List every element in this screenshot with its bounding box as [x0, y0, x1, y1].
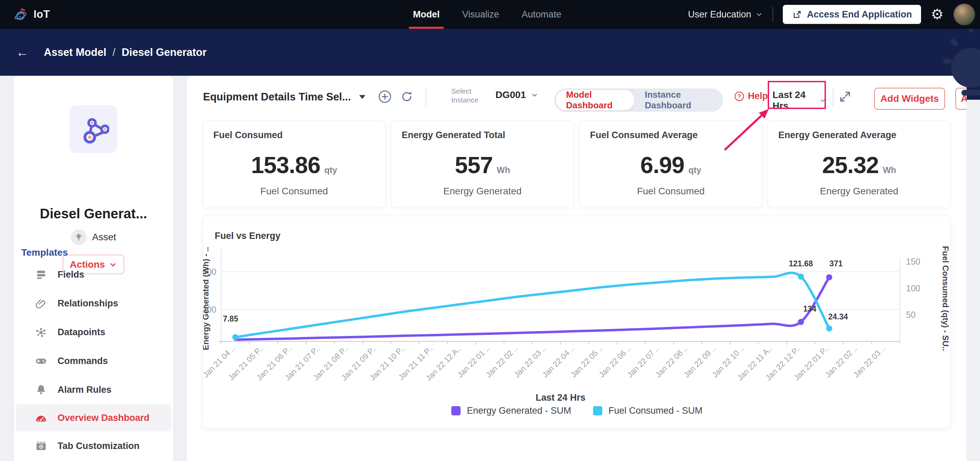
instance-dropdown[interactable]: DG001 — [495, 89, 538, 100]
tab-visualize[interactable]: Visualize — [462, 0, 499, 29]
kpi-title: Fuel Consumed — [213, 130, 385, 140]
asset-title: Diesel Generat... — [14, 206, 173, 222]
svg-text:100: 100 — [906, 284, 920, 293]
breadcrumb-separator: / — [113, 46, 116, 59]
workspace-dropdown[interactable]: User Education — [688, 9, 763, 20]
alarm-bell-icon — [35, 384, 47, 396]
kpi-subtitle: Energy Generated — [768, 186, 950, 197]
svg-text:Last 24 Hrs: Last 24 Hrs — [536, 392, 585, 403]
model-dashboard-toggle[interactable]: Model Dashboard — [556, 90, 635, 110]
breadcrumb-page: Diesel Generator — [122, 46, 207, 59]
svg-text:150: 150 — [906, 257, 920, 266]
asset-type-row: Asset — [14, 229, 173, 245]
sidebar-item-relationships[interactable]: Relationships — [16, 289, 171, 318]
breadcrumb-band: ← Asset Model / Diesel Generator — [0, 29, 980, 76]
annotation-highlight-box — [768, 81, 826, 109]
dashboard-speedometer-icon — [35, 412, 47, 424]
fullscreen-button[interactable] — [838, 89, 853, 104]
svg-text:50: 50 — [906, 310, 916, 319]
fields-icon — [35, 268, 47, 281]
tab-automate[interactable]: Automate — [522, 0, 562, 29]
svg-text:Energy Generated (Wh) - ..: Energy Generated (Wh) - .. — [203, 247, 210, 350]
asset-model-icon-tile — [70, 105, 118, 153]
kpi-value: 25.32 — [822, 152, 879, 178]
datapoints-icon — [35, 326, 47, 338]
bulb-icon — [71, 229, 87, 245]
settings-gear-icon[interactable]: ⚙ — [931, 7, 944, 22]
asset-type-label: Asset — [92, 232, 116, 242]
chevron-down-icon — [756, 11, 763, 18]
access-end-application-button[interactable]: Access End Application — [783, 5, 921, 24]
tab-model[interactable]: Model — [413, 0, 440, 29]
instance-dashboard-toggle[interactable]: Instance Dashboard — [635, 90, 723, 110]
refresh-button[interactable] — [399, 89, 414, 104]
divider — [426, 88, 426, 106]
legend-item-energy-generated[interactable]: Energy Generated - SUM — [451, 405, 571, 416]
back-arrow-icon[interactable]: ← — [16, 45, 29, 60]
svg-text:371: 371 — [829, 259, 843, 268]
svg-text:24.34: 24.34 — [828, 312, 848, 321]
svg-text:Fuel Consumed (qty) - SU..: Fuel Consumed (qty) - SU.. — [941, 246, 950, 351]
add-tab-button[interactable] — [377, 89, 392, 104]
kpi-unit: Wh — [497, 165, 510, 175]
kpi-subtitle: Energy Generated — [391, 186, 574, 197]
svg-text:134: 134 — [803, 305, 817, 313]
sidebar-item-overview-dashboard[interactable]: Overview Dashboard — [16, 404, 171, 432]
asset-model-icon — [78, 113, 109, 145]
chart-legend: Energy Generated - SUM Fuel Consumed - S… — [203, 405, 951, 416]
kpi-title: Energy Generated Total — [402, 130, 574, 140]
breadcrumb-section[interactable]: Asset Model — [44, 46, 107, 59]
sidebar-item-datapoints[interactable]: Datapoints — [16, 318, 171, 346]
dashboard-panel: Equipment Details Time Sel... Select Ins… — [187, 76, 967, 461]
topbar-right-cluster: User Education Access End Application ⚙ — [688, 0, 975, 29]
kpi-value: 6.99 — [640, 152, 684, 178]
lightbulb-illustration-icon — [921, 29, 980, 100]
satellite-logo-icon — [13, 6, 29, 22]
asset-sidebar: Diesel Generat... Asset Actions Template… — [14, 76, 173, 461]
dashboard-mode-toggle: Model Dashboard Instance Dashboard — [554, 88, 723, 112]
svg-text:7.85: 7.85 — [223, 314, 238, 323]
app-logo[interactable]: IoT — [13, 6, 50, 22]
relationships-icon — [35, 297, 47, 309]
kpi-card-energy-generated-average: Energy Generated Average 25.32Wh Energy … — [768, 121, 951, 208]
sidebar-item-alarm-rules[interactable]: Alarm Rules — [16, 375, 171, 404]
sidebar-item-tab-customization[interactable]: Tab Customization — [16, 432, 171, 460]
plus-circle-icon — [378, 90, 392, 104]
dashboard-title-dropdown[interactable]: Equipment Details Time Sel... — [203, 91, 365, 103]
kpi-value: 557 — [455, 152, 492, 178]
select-instance-label: Select Instance — [451, 87, 478, 105]
kpi-title: Energy Generated Average — [778, 130, 950, 140]
external-link-icon — [792, 9, 802, 19]
kpi-value: 153.86 — [251, 152, 320, 178]
kpi-subtitle: Fuel Consumed — [203, 186, 385, 197]
user-avatar[interactable] — [953, 3, 975, 26]
divider — [773, 7, 773, 22]
help-question-icon: ? — [734, 91, 745, 102]
kpi-unit: qty — [688, 165, 701, 175]
chevron-down-icon — [531, 91, 538, 99]
primary-nav-tabs: Model Visualize Automate — [413, 0, 561, 29]
help-button[interactable]: ? Help — [734, 91, 768, 102]
expand-icon — [838, 90, 851, 103]
fuel-vs-energy-chart-card: Fuel vs Energy 20040050100150Energy Gene… — [203, 216, 951, 428]
kpi-unit: Wh — [883, 165, 896, 175]
caret-down-icon — [359, 95, 365, 99]
templates-section-title: Templates — [21, 247, 68, 258]
line-chart[interactable]: 20040050100150Energy Generated (Wh) - ..… — [203, 216, 951, 429]
logo-text: IoT — [33, 8, 50, 21]
kpi-title: Fuel Consumed Average — [590, 130, 762, 140]
kpi-card-energy-generated-total: Energy Generated Total 557Wh Energy Gene… — [391, 121, 574, 208]
bulb-decoration — [921, 29, 980, 100]
sidebar-item-fields[interactable]: Fields — [16, 260, 171, 289]
kpi-card-fuel-consumed-average: Fuel Consumed Average 6.99qty Fuel Consu… — [579, 121, 762, 208]
commands-icon — [35, 355, 47, 367]
legend-swatch-cyan — [593, 406, 602, 415]
divider — [833, 88, 834, 106]
legend-item-fuel-consumed[interactable]: Fuel Consumed - SUM — [593, 405, 703, 416]
kpi-subtitle: Fuel Consumed — [580, 186, 762, 197]
legend-swatch-purple — [451, 406, 461, 415]
tab-customization-icon — [35, 440, 47, 452]
sidebar-item-commands[interactable]: Commands — [16, 346, 171, 375]
kpi-card-fuel-consumed: Fuel Consumed 153.86qty Fuel Consumed — [203, 121, 385, 208]
kpi-unit: qty — [324, 165, 337, 175]
